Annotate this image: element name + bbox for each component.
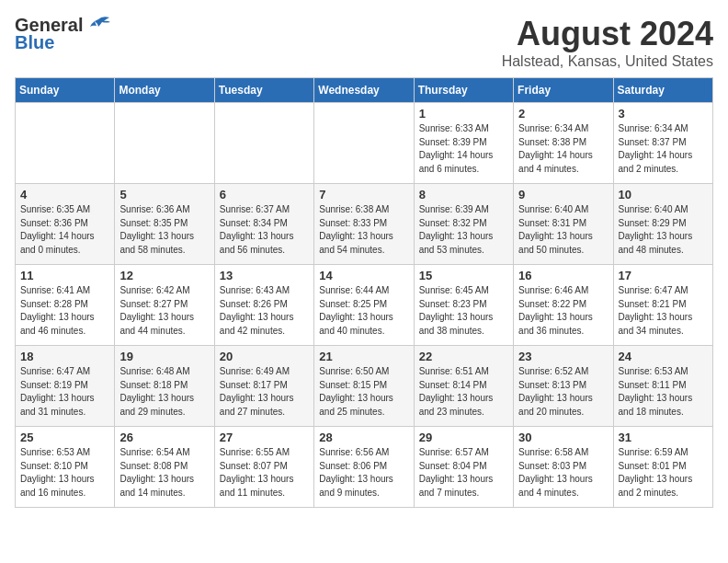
day-number: 19 bbox=[119, 350, 209, 363]
day-number: 8 bbox=[419, 188, 508, 201]
calendar-cell bbox=[314, 103, 414, 184]
day-info: Sunrise: 6:52 AMSunset: 8:13 PMDaylight:… bbox=[518, 365, 608, 419]
day-info: Sunrise: 6:40 AMSunset: 8:29 PMDaylight:… bbox=[619, 203, 708, 257]
day-info: Sunrise: 6:37 AMSunset: 8:34 PMDaylight:… bbox=[220, 203, 309, 257]
weekday-header-tuesday: Tuesday bbox=[214, 78, 313, 103]
day-info: Sunrise: 6:34 AMSunset: 8:37 PMDaylight:… bbox=[619, 122, 708, 176]
day-number: 18 bbox=[20, 350, 109, 363]
calendar-cell: 1Sunrise: 6:33 AMSunset: 8:39 PMDaylight… bbox=[414, 103, 513, 184]
day-info: Sunrise: 6:40 AMSunset: 8:31 PMDaylight:… bbox=[518, 203, 608, 257]
location-title: Halstead, Kansas, United States bbox=[502, 53, 713, 70]
calendar-cell: 20Sunrise: 6:49 AMSunset: 8:17 PMDayligh… bbox=[214, 346, 313, 427]
day-number: 24 bbox=[619, 350, 708, 363]
calendar-cell bbox=[16, 103, 115, 184]
calendar-cell: 30Sunrise: 6:58 AMSunset: 8:03 PMDayligh… bbox=[514, 427, 613, 508]
calendar-cell: 2Sunrise: 6:34 AMSunset: 8:38 PMDaylight… bbox=[514, 103, 613, 184]
calendar-week-row: 25Sunrise: 6:53 AMSunset: 8:10 PMDayligh… bbox=[16, 427, 713, 508]
title-area: August 2024 Halstead, Kansas, United Sta… bbox=[502, 15, 713, 70]
day-number: 31 bbox=[619, 431, 708, 444]
day-info: Sunrise: 6:59 AMSunset: 8:01 PMDaylight:… bbox=[619, 446, 708, 500]
logo-bird-icon bbox=[85, 16, 111, 36]
weekday-header-friday: Friday bbox=[514, 78, 613, 103]
day-number: 5 bbox=[119, 188, 209, 201]
calendar-cell: 24Sunrise: 6:53 AMSunset: 8:11 PMDayligh… bbox=[613, 346, 712, 427]
calendar-cell: 21Sunrise: 6:50 AMSunset: 8:15 PMDayligh… bbox=[314, 346, 414, 427]
calendar-cell: 29Sunrise: 6:57 AMSunset: 8:04 PMDayligh… bbox=[414, 427, 513, 508]
calendar-cell: 18Sunrise: 6:47 AMSunset: 8:19 PMDayligh… bbox=[16, 346, 115, 427]
logo-blue-text: Blue bbox=[15, 32, 54, 53]
day-number: 2 bbox=[518, 107, 608, 121]
day-number: 27 bbox=[220, 431, 309, 444]
day-info: Sunrise: 6:55 AMSunset: 8:07 PMDaylight:… bbox=[220, 446, 309, 500]
calendar-cell: 8Sunrise: 6:39 AMSunset: 8:32 PMDaylight… bbox=[414, 184, 513, 265]
day-number: 23 bbox=[518, 350, 608, 363]
day-number: 16 bbox=[518, 269, 608, 282]
day-info: Sunrise: 6:35 AMSunset: 8:36 PMDaylight:… bbox=[20, 203, 109, 257]
weekday-header-row: SundayMondayTuesdayWednesdayThursdayFrid… bbox=[16, 78, 713, 103]
day-number: 14 bbox=[319, 269, 408, 282]
calendar-week-row: 1Sunrise: 6:33 AMSunset: 8:39 PMDaylight… bbox=[16, 103, 713, 184]
day-number: 12 bbox=[119, 269, 209, 282]
day-info: Sunrise: 6:34 AMSunset: 8:38 PMDaylight:… bbox=[518, 122, 608, 176]
day-number: 10 bbox=[619, 188, 708, 201]
page-header: General Blue August 2024 Halstead, Kansa… bbox=[15, 15, 713, 70]
calendar-cell bbox=[214, 103, 313, 184]
day-info: Sunrise: 6:41 AMSunset: 8:28 PMDaylight:… bbox=[20, 284, 109, 338]
month-title: August 2024 bbox=[502, 15, 713, 53]
day-number: 4 bbox=[20, 188, 109, 201]
weekday-header-thursday: Thursday bbox=[414, 78, 513, 103]
calendar-cell: 15Sunrise: 6:45 AMSunset: 8:23 PMDayligh… bbox=[414, 265, 513, 346]
day-info: Sunrise: 6:46 AMSunset: 8:22 PMDaylight:… bbox=[518, 284, 608, 338]
calendar-cell: 23Sunrise: 6:52 AMSunset: 8:13 PMDayligh… bbox=[514, 346, 613, 427]
day-number: 7 bbox=[319, 188, 408, 201]
day-info: Sunrise: 6:43 AMSunset: 8:26 PMDaylight:… bbox=[220, 284, 309, 338]
day-number: 6 bbox=[220, 188, 309, 201]
day-number: 11 bbox=[20, 269, 109, 282]
day-info: Sunrise: 6:58 AMSunset: 8:03 PMDaylight:… bbox=[518, 446, 608, 500]
calendar-cell: 22Sunrise: 6:51 AMSunset: 8:14 PMDayligh… bbox=[414, 346, 513, 427]
day-info: Sunrise: 6:47 AMSunset: 8:19 PMDaylight:… bbox=[20, 365, 109, 419]
weekday-header-wednesday: Wednesday bbox=[314, 78, 414, 103]
logo: General Blue bbox=[15, 15, 111, 53]
calendar-cell: 4Sunrise: 6:35 AMSunset: 8:36 PMDaylight… bbox=[16, 184, 115, 265]
calendar-cell: 16Sunrise: 6:46 AMSunset: 8:22 PMDayligh… bbox=[514, 265, 613, 346]
calendar-cell: 19Sunrise: 6:48 AMSunset: 8:18 PMDayligh… bbox=[115, 346, 214, 427]
day-number: 29 bbox=[419, 431, 508, 444]
day-info: Sunrise: 6:45 AMSunset: 8:23 PMDaylight:… bbox=[419, 284, 508, 338]
day-number: 15 bbox=[419, 269, 508, 282]
day-info: Sunrise: 6:53 AMSunset: 8:11 PMDaylight:… bbox=[619, 365, 708, 419]
weekday-header-saturday: Saturday bbox=[613, 78, 712, 103]
day-info: Sunrise: 6:54 AMSunset: 8:08 PMDaylight:… bbox=[119, 446, 209, 500]
day-info: Sunrise: 6:56 AMSunset: 8:06 PMDaylight:… bbox=[319, 446, 408, 500]
weekday-header-sunday: Sunday bbox=[16, 78, 115, 103]
day-number: 1 bbox=[419, 107, 508, 121]
calendar-cell: 9Sunrise: 6:40 AMSunset: 8:31 PMDaylight… bbox=[514, 184, 613, 265]
day-info: Sunrise: 6:44 AMSunset: 8:25 PMDaylight:… bbox=[319, 284, 408, 338]
day-number: 20 bbox=[220, 350, 309, 363]
calendar-cell: 6Sunrise: 6:37 AMSunset: 8:34 PMDaylight… bbox=[214, 184, 313, 265]
day-number: 30 bbox=[518, 431, 608, 444]
day-number: 3 bbox=[619, 107, 708, 121]
day-info: Sunrise: 6:51 AMSunset: 8:14 PMDaylight:… bbox=[419, 365, 508, 419]
day-number: 28 bbox=[319, 431, 408, 444]
day-info: Sunrise: 6:48 AMSunset: 8:18 PMDaylight:… bbox=[119, 365, 209, 419]
day-info: Sunrise: 6:53 AMSunset: 8:10 PMDaylight:… bbox=[20, 446, 109, 500]
day-number: 21 bbox=[319, 350, 408, 363]
calendar-cell: 14Sunrise: 6:44 AMSunset: 8:25 PMDayligh… bbox=[314, 265, 414, 346]
calendar-cell bbox=[115, 103, 214, 184]
day-info: Sunrise: 6:33 AMSunset: 8:39 PMDaylight:… bbox=[419, 122, 508, 176]
weekday-header-monday: Monday bbox=[115, 78, 214, 103]
calendar-cell: 10Sunrise: 6:40 AMSunset: 8:29 PMDayligh… bbox=[613, 184, 712, 265]
calendar-week-row: 4Sunrise: 6:35 AMSunset: 8:36 PMDaylight… bbox=[16, 184, 713, 265]
calendar-cell: 27Sunrise: 6:55 AMSunset: 8:07 PMDayligh… bbox=[214, 427, 313, 508]
calendar-cell: 5Sunrise: 6:36 AMSunset: 8:35 PMDaylight… bbox=[115, 184, 214, 265]
day-info: Sunrise: 6:50 AMSunset: 8:15 PMDaylight:… bbox=[319, 365, 408, 419]
day-info: Sunrise: 6:49 AMSunset: 8:17 PMDaylight:… bbox=[220, 365, 309, 419]
day-info: Sunrise: 6:39 AMSunset: 8:32 PMDaylight:… bbox=[419, 203, 508, 257]
day-info: Sunrise: 6:47 AMSunset: 8:21 PMDaylight:… bbox=[619, 284, 708, 338]
calendar-cell: 25Sunrise: 6:53 AMSunset: 8:10 PMDayligh… bbox=[16, 427, 115, 508]
calendar-cell: 31Sunrise: 6:59 AMSunset: 8:01 PMDayligh… bbox=[613, 427, 712, 508]
calendar-cell: 3Sunrise: 6:34 AMSunset: 8:37 PMDaylight… bbox=[613, 103, 712, 184]
day-info: Sunrise: 6:38 AMSunset: 8:33 PMDaylight:… bbox=[319, 203, 408, 257]
calendar-week-row: 11Sunrise: 6:41 AMSunset: 8:28 PMDayligh… bbox=[16, 265, 713, 346]
